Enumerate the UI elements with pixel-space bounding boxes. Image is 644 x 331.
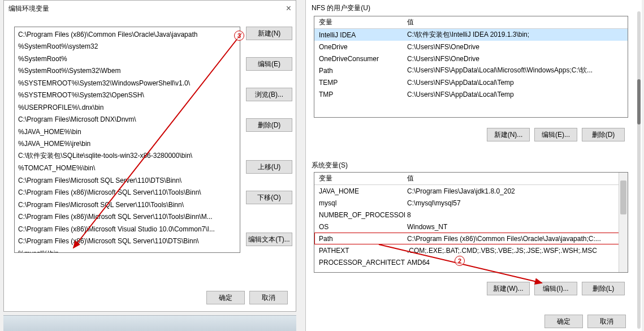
var-value: C:\Users\NFS\AppData\Local\Temp (405, 91, 628, 98)
var-name: OS (314, 223, 405, 231)
env-bottom-buttons: 确定 取消 (544, 315, 626, 328)
close-icon[interactable]: × (286, 4, 291, 13)
var-name: JAVA_HOME (314, 187, 405, 195)
var-value: AMD64 (405, 259, 628, 266)
path-entry[interactable]: C:\Program Files (x86)\Common Files\Orac… (15, 28, 240, 41)
user-vars-table[interactable]: 变量 值 IntelliJ IDEAC:\软件安装包\IntelliJ IDEA… (314, 16, 628, 118)
var-name: TEMP (314, 79, 405, 87)
col-value: 值 (405, 174, 628, 183)
var-name: OneDrive (314, 43, 405, 51)
side-buttons: 新建(N) 编辑(E) 浏览(B)... 删除(D) 上移(U) 下移(O) 编… (246, 27, 292, 246)
system-vars-label: 系统变量(S) (312, 161, 348, 170)
dialog-title: 编辑环境变量 (8, 4, 49, 14)
path-entry[interactable]: %SystemRoot% (15, 53, 240, 65)
path-entry[interactable]: C:\Program Files\Microsoft SQL Server\11… (15, 174, 240, 187)
var-value: C:\Users\NFS\AppData\Local\Microsoft\Win… (405, 66, 628, 75)
var-value: C:\Users\NFS\AppData\Local\Temp (405, 79, 628, 87)
path-entry[interactable]: C:\Program Files\Microsoft DNX\Dnvm\ (15, 114, 240, 126)
table-row[interactable]: PathC:\Users\NFS\AppData\Local\Microsoft… (314, 65, 628, 76)
var-value: 8 (405, 211, 628, 219)
titlebar: 编辑环境变量 × (4, 1, 296, 16)
var-name: NUMBER_OF_PROCESSORS (314, 211, 405, 219)
table-row[interactable]: NUMBER_OF_PROCESSORS8 (314, 209, 628, 221)
edit-button[interactable]: 编辑(E) (246, 57, 292, 71)
taskbar-strip (3, 315, 296, 331)
path-entry[interactable]: %JAVA_HOME%\bin (15, 126, 240, 138)
delete-sys-var-button[interactable]: 删除(L) (582, 282, 625, 295)
var-name: Path (314, 67, 405, 75)
scrollbar[interactable] (619, 173, 628, 272)
env-ok-button[interactable]: 确定 (544, 315, 583, 328)
table-row[interactable]: OneDriveC:\Users\NFS\OneDrive (314, 41, 628, 53)
path-entry[interactable]: %JAVA_HOME%\jre\bin (15, 138, 240, 151)
path-list[interactable]: C:\Program Files (x86)\Common Files\Orac… (14, 27, 240, 253)
table-header: 变量 值 (314, 173, 628, 185)
var-value: C:\mysql\mysql57 (405, 199, 628, 207)
edit-sys-var-button[interactable]: 编辑(I)... (534, 282, 577, 295)
var-name: mysql (314, 199, 405, 207)
table-row[interactable]: OSWindows_NT (314, 221, 628, 233)
env-cancel-button[interactable]: 取消 (587, 315, 626, 328)
cancel-button[interactable]: 取消 (249, 291, 288, 304)
annotation-circle-2: 2 (455, 256, 465, 266)
var-value: Windows_NT (405, 223, 628, 231)
var-value: C:\Program Files\Java\jdk1.8.0_202 (405, 187, 628, 195)
var-value: C:\软件安装包\IntelliJ IDEA 2019.1.3\bin; (405, 30, 628, 40)
table-row[interactable]: PathC:\Program Files (x86)\Common Files\… (314, 233, 628, 244)
edit-env-var-dialog: 编辑环境变量 × C:\Program Files (x86)\Common F… (3, 0, 296, 312)
edit-text-button[interactable]: 编辑文本(T)... (246, 233, 292, 246)
path-entry[interactable]: %SYSTEMROOT%\System32\OpenSSH\ (15, 89, 240, 102)
table-row[interactable]: mysqlC:\mysql\mysql57 (314, 197, 628, 209)
path-entry[interactable]: C:\Program Files (x86)\Microsoft SQL Ser… (15, 187, 240, 199)
move-up-button[interactable]: 上移(U) (246, 160, 292, 174)
path-entry[interactable]: %SYSTEMROOT%\System32\WindowsPowerShell\… (15, 77, 240, 89)
new-user-var-button[interactable]: 新建(N)... (487, 128, 530, 141)
path-entry[interactable]: %SystemRoot%\system32 (15, 41, 240, 53)
system-vars-table[interactable]: 变量 值 JAVA_HOMEC:\Program Files\Java\jdk1… (314, 172, 628, 273)
table-row[interactable]: OneDriveConsumerC:\Users\NFS\OneDrive (314, 53, 628, 65)
user-vars-buttons: 新建(N)... 编辑(E)... 删除(D) (487, 128, 625, 141)
delete-button[interactable]: 删除(D) (246, 118, 292, 132)
path-entry[interactable]: C:\Program Files\Microsoft SQL Server\11… (15, 199, 240, 211)
var-value: .COM;.EXE;.BAT;.CMD;.VBS;.VBE;.JS;.JSE;.… (405, 247, 628, 255)
path-entry[interactable]: %USERPROFILE%\.dnx\bin (15, 101, 240, 114)
user-vars-label: NFS 的用户变量(U) (312, 3, 370, 13)
col-value: 值 (405, 18, 628, 27)
col-variable: 变量 (314, 174, 405, 183)
path-entry[interactable]: C:\Program Files (x86)\Microsoft SQL Ser… (15, 235, 240, 248)
scrollbar[interactable] (637, 11, 641, 329)
col-variable: 变量 (314, 18, 405, 27)
env-vars-panel: NFS 的用户变量(U) 变量 值 IntelliJ IDEAC:\软件安装包\… (305, 0, 642, 331)
path-entry[interactable]: %TOMCAT_HOME%\bin\ (15, 162, 240, 175)
delete-user-var-button[interactable]: 删除(D) (582, 128, 625, 141)
dialog-bottom-buttons: 确定 取消 (206, 291, 288, 304)
path-entry[interactable]: C:\软件安装包\SQLite\sqlite-tools-win32-x86-3… (15, 150, 240, 162)
table-row[interactable]: TEMPC:\Users\NFS\AppData\Local\Temp (314, 76, 628, 88)
var-name: IntelliJ IDEA (314, 31, 405, 39)
var-name: OneDriveConsumer (314, 55, 405, 63)
table-row[interactable]: PATHEXT.COM;.EXE;.BAT;.CMD;.VBS;.VBE;.JS… (314, 244, 628, 256)
new-button[interactable]: 新建(N) (246, 27, 292, 40)
path-entry[interactable]: C:\Program Files (x86)\Microsoft Visual … (15, 223, 240, 235)
system-vars-buttons: 新建(W)... 编辑(I)... 删除(L) (487, 282, 625, 295)
table-row[interactable]: TMPC:\Users\NFS\AppData\Local\Temp (314, 88, 628, 100)
table-row[interactable]: PROCESSOR_ARCHITECT...AMD64 (314, 256, 628, 268)
var-value: C:\Users\NFS\OneDrive (405, 43, 628, 51)
path-entry[interactable]: %mysql%\bin (15, 247, 240, 253)
var-value: C:\Users\NFS\OneDrive (405, 55, 628, 63)
table-row[interactable]: IntelliJ IDEAC:\软件安装包\IntelliJ IDEA 2019… (314, 29, 628, 41)
var-name: PATHEXT (314, 247, 405, 255)
table-row[interactable]: JAVA_HOMEC:\Program Files\Java\jdk1.8.0_… (314, 185, 628, 197)
new-sys-var-button[interactable]: 新建(W)... (487, 282, 530, 295)
browse-button[interactable]: 浏览(B)... (246, 88, 292, 101)
path-entry[interactable]: %SystemRoot%\System32\Wbem (15, 65, 240, 78)
var-name: PROCESSOR_ARCHITECT... (314, 259, 405, 266)
path-entry[interactable]: C:\Program Files (x86)\Microsoft SQL Ser… (15, 211, 240, 223)
edit-user-var-button[interactable]: 编辑(E)... (534, 128, 577, 141)
var-name: Path (314, 235, 405, 243)
move-down-button[interactable]: 下移(O) (246, 191, 292, 204)
annotation-circle-3: 3 (234, 31, 244, 41)
var-value: C:\Program Files (x86)\Common Files\Orac… (405, 235, 628, 243)
ok-button[interactable]: 确定 (206, 291, 245, 304)
var-name: TMP (314, 91, 405, 98)
